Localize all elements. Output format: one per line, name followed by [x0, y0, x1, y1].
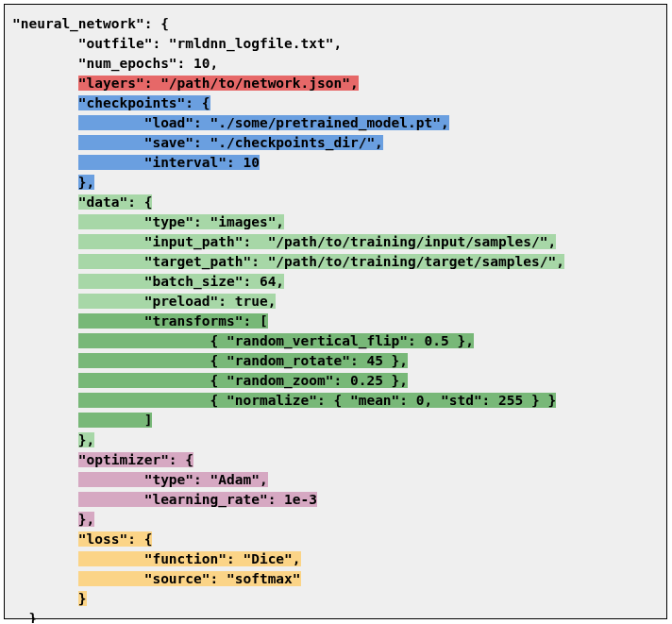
hl-tf-pad-zoom: [78, 373, 210, 388]
line-optimizer-lr: "learning_rate": 1e-3: [12, 492, 317, 507]
line-optimizer-open: "optimizer": {: [12, 452, 193, 467]
line-data-close: },: [12, 432, 94, 447]
line-loss-source: "source": "softmax": [12, 571, 301, 586]
hl-checkpoints-load: "load": "./some/pretrained_model.pt",: [78, 115, 449, 130]
hl-data-preload: "preload": true,: [78, 294, 277, 309]
hl-checkpoints-save: "save": "./checkpoints_dir/",: [78, 135, 383, 150]
code-frame: "neural_network": { "outfile": "rmldnn_l…: [4, 4, 667, 619]
line-data-open: "data": {: [12, 194, 152, 210]
line-checkpoints-open: "checkpoints": {: [12, 95, 210, 110]
line-data-tf-rotate: { "random_rotate": 45 },: [12, 353, 408, 368]
line-checkpoints-interval: "interval": 10: [12, 155, 260, 170]
line-loss-close: }: [12, 591, 87, 606]
hl-tf-zoom: { "random_zoom": 0.25 },: [210, 373, 409, 388]
line-data-tf-flip: { "random_vertical_flip": 0.5 },: [12, 333, 474, 348]
hl-checkpoints-close: },: [78, 175, 94, 190]
line-data-tf-norm: { "normalize": { "mean": 0, "std": 255 }…: [12, 393, 556, 408]
line-root-close: }: [12, 611, 37, 623]
hl-data-input-path: "input_path": "/path/to/training/input/s…: [78, 234, 556, 249]
hl-data-target-path: "target_path": "/path/to/training/target…: [78, 254, 564, 269]
line-layers: "layers": "/path/to/network.json",: [12, 76, 359, 91]
hl-tf-pad-flip: [78, 333, 210, 348]
config-json-code: "neural_network": { "outfile": "rmldnn_l…: [12, 14, 659, 623]
line-data-tf-zoom: { "random_zoom": 0.25 },: [12, 373, 408, 388]
line-loss-open: "loss": {: [12, 531, 152, 547]
hl-tf-pad-norm: [78, 393, 210, 408]
hl-data-transforms-close: ]: [78, 413, 153, 428]
hl-tf-pad-rotate: [78, 353, 210, 368]
hl-loss-function: "function": "Dice",: [78, 551, 301, 566]
hl-tf-flip: { "random_vertical_flip": 0.5 },: [210, 333, 474, 348]
line-num-epochs: "num_epochs": 10,: [12, 56, 218, 71]
hl-layers: "layers": "/path/to/network.json",: [78, 76, 359, 91]
hl-optimizer-close: },: [78, 512, 94, 527]
line-checkpoints-close: },: [12, 175, 94, 190]
line-data-transforms-open: "transforms": [: [12, 313, 268, 329]
hl-data-batch-size: "batch_size": 64,: [78, 274, 284, 289]
line-root-open: "neural_network": {: [12, 16, 169, 31]
hl-optimizer-lr: "learning_rate": 1e-3: [78, 492, 317, 507]
line-data-transforms-close: ]: [12, 413, 152, 428]
line-data-preload: "preload": true,: [12, 294, 276, 309]
line-loss-function: "function": "Dice",: [12, 551, 301, 566]
line-outfile: "outfile": "rmldnn_logfile.txt",: [12, 36, 342, 51]
hl-data-open: "data": {: [78, 194, 153, 210]
line-data-type: "type": "images",: [12, 214, 284, 229]
hl-loss-close: }: [78, 591, 87, 606]
line-optimizer-close: },: [12, 512, 94, 527]
hl-checkpoints-open: "checkpoints": {: [78, 95, 210, 110]
line-data-batch-size: "batch_size": 64,: [12, 274, 284, 289]
line-data-input-path: "input_path": "/path/to/training/input/s…: [12, 234, 556, 249]
line-checkpoints-load: "load": "./some/pretrained_model.pt",: [12, 115, 449, 130]
line-checkpoints-save: "save": "./checkpoints_dir/",: [12, 135, 383, 150]
hl-optimizer-open: "optimizer": {: [78, 452, 193, 467]
hl-data-type: "type": "images",: [78, 214, 284, 229]
line-data-target-path: "target_path": "/path/to/training/target…: [12, 254, 564, 269]
hl-optimizer-type: "type": "Adam",: [78, 472, 268, 487]
hl-checkpoints-interval: "interval": 10: [78, 155, 260, 170]
hl-tf-rotate: { "random_rotate": 45 },: [210, 353, 409, 368]
hl-tf-norm: { "normalize": { "mean": 0, "std": 255 }…: [210, 393, 557, 408]
hl-data-close: },: [78, 432, 94, 447]
hl-data-transforms-open: "transforms": [: [78, 313, 268, 329]
line-optimizer-type: "type": "Adam",: [12, 472, 268, 487]
hl-loss-source: "source": "softmax": [78, 571, 301, 586]
hl-loss-open: "loss": {: [78, 531, 153, 547]
